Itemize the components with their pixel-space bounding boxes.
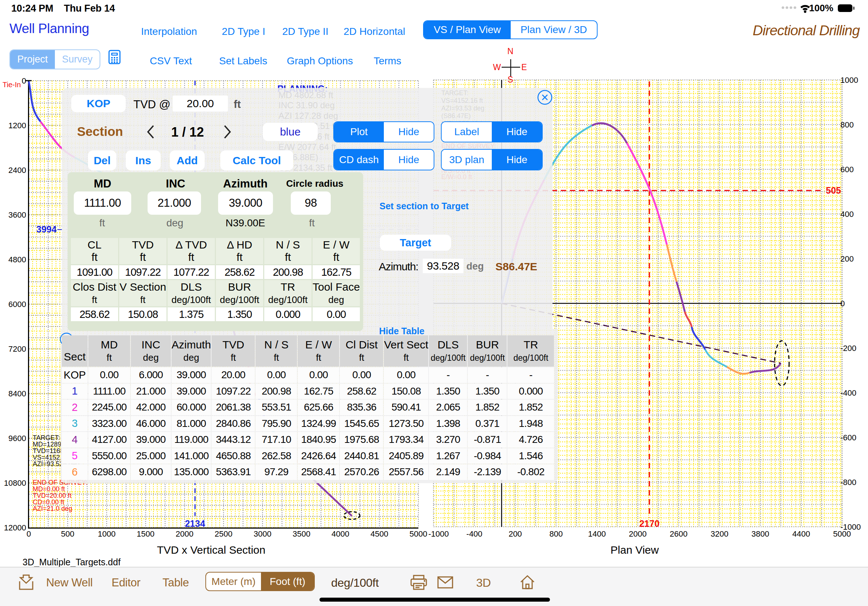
svg-text:2000: 2000 (629, 529, 646, 538)
svg-text:Plan View: Plan View (611, 544, 659, 556)
svg-text:0: 0 (840, 299, 845, 308)
svg-text:2134: 2134 (185, 518, 205, 529)
svg-text:1000: 1000 (98, 529, 116, 538)
svg-text:6000: 6000 (8, 300, 26, 309)
svg-text:9600: 9600 (8, 434, 26, 443)
svg-text:3600: 3600 (8, 210, 26, 220)
svg-text:7200: 7200 (8, 345, 26, 354)
svg-text:TVD x Vertical Section: TVD x Vertical Section (157, 544, 265, 556)
svg-text:TVD=20.00 ft: TVD=20.00 ft (33, 492, 71, 499)
svg-text:500: 500 (61, 529, 74, 538)
svg-text:3000: 3000 (254, 529, 271, 538)
svg-text:200: 200 (508, 529, 522, 538)
svg-text:-400: -400 (840, 388, 856, 397)
svg-text:N: N (507, 46, 514, 56)
svg-text:3200: 3200 (711, 529, 728, 538)
svg-text:2000: 2000 (175, 529, 194, 538)
svg-text:3994: 3994 (36, 224, 57, 234)
svg-text:MD=0.00 ft: MD=0.00 ft (33, 485, 65, 493)
svg-text:800: 800 (840, 120, 854, 129)
svg-text:AZI=21.0 deg: AZI=21.0 deg (33, 505, 72, 512)
svg-text:-400: -400 (467, 529, 482, 538)
svg-text:4000: 4000 (332, 529, 349, 538)
svg-text:-200: -200 (840, 344, 856, 353)
svg-text:5000: 5000 (833, 529, 851, 538)
svg-text:0: 0 (26, 529, 31, 538)
svg-text:200: 200 (840, 254, 854, 263)
svg-text:-600: -600 (840, 433, 856, 442)
svg-text:600: 600 (840, 165, 854, 174)
svg-text:W: W (493, 62, 501, 72)
svg-text:100%: 100% (809, 3, 834, 14)
svg-text:0: 0 (22, 76, 26, 85)
svg-text:2600: 2600 (670, 529, 688, 538)
svg-text:1000: 1000 (840, 76, 858, 85)
svg-text:8400: 8400 (8, 389, 26, 398)
svg-text:505: 505 (826, 185, 841, 195)
svg-text:1400: 1400 (588, 529, 606, 538)
svg-text:-1000: -1000 (429, 529, 449, 538)
svg-text:3800: 3800 (751, 529, 769, 538)
svg-text:Tie-In: Tie-In (3, 80, 21, 89)
svg-text:4800: 4800 (8, 255, 26, 264)
svg-text:5000: 5000 (410, 529, 428, 538)
svg-text:3D_Multiple_Targets.ddf: 3D_Multiple_Targets.ddf (23, 557, 121, 567)
svg-text:800: 800 (550, 529, 563, 538)
svg-text:E: E (521, 62, 527, 72)
svg-text:3500: 3500 (293, 529, 310, 538)
svg-text:TARGET:: TARGET: (33, 434, 60, 441)
svg-text:400: 400 (840, 210, 854, 219)
svg-text:-800: -800 (840, 478, 856, 487)
svg-text:2400: 2400 (8, 166, 26, 175)
svg-text:1500: 1500 (137, 529, 155, 538)
svg-text:10800: 10800 (4, 478, 26, 488)
svg-text:CD=0.00 ft: CD=0.00 ft (33, 498, 64, 506)
svg-text:12000: 12000 (4, 523, 26, 532)
svg-text:1200: 1200 (8, 121, 26, 130)
svg-text:S: S (507, 75, 513, 84)
svg-text:4400: 4400 (792, 529, 810, 538)
svg-text:4500: 4500 (370, 529, 388, 538)
svg-text:2500: 2500 (215, 529, 232, 538)
svg-text:2170: 2170 (639, 518, 660, 529)
